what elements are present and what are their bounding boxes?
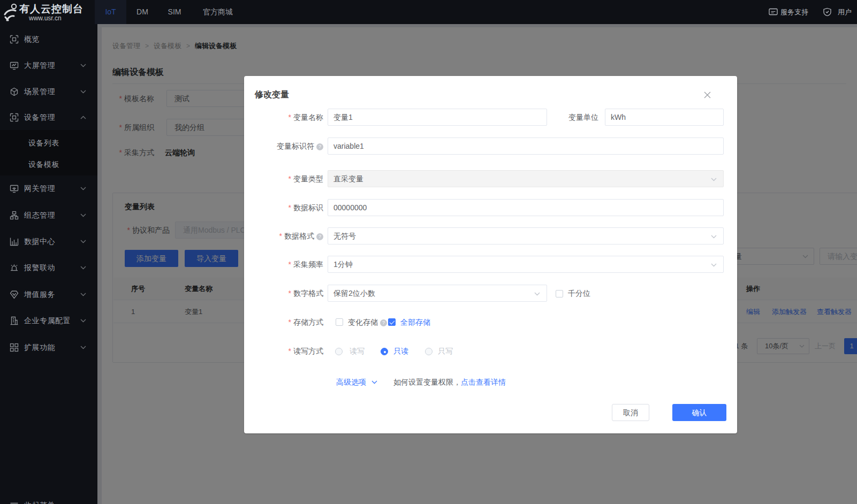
data-format-select[interactable]: 无符号 (328, 227, 724, 245)
var-identifier-label: 变量标识符? (244, 138, 323, 155)
chat-icon (769, 7, 778, 17)
device-submenu: 设备列表 设备模板 (0, 130, 97, 175)
var-unit-label: 变量单位 (512, 109, 598, 126)
sidebar-item-device-list[interactable]: 设备列表 (0, 132, 97, 154)
data-format-label: *数据格式? (244, 227, 323, 245)
gateway-icon (10, 184, 19, 193)
advanced-options-link[interactable]: 高级选项 (336, 373, 377, 391)
support-link[interactable]: 服务支持 (780, 0, 808, 24)
help-icon[interactable]: ? (380, 319, 387, 326)
tab-sim[interactable]: SIM (158, 0, 191, 24)
chevron-down-icon (711, 263, 717, 267)
view-details-link[interactable]: 点击查看详情 (461, 378, 506, 386)
storage-label: *存储方式 (244, 314, 323, 331)
chevron-down-icon (711, 178, 717, 181)
sidebar-item-enterprise[interactable]: 企业专属配置 (0, 308, 97, 334)
storage-change-label: 变化存储? (348, 314, 387, 331)
sidebar-item-scene[interactable]: 场景管理 (0, 79, 97, 105)
sidebar-item-alarm[interactable]: 报警联动 (0, 255, 97, 281)
thousands-checkbox[interactable] (556, 290, 563, 297)
chevron-down-icon (80, 90, 86, 94)
usr-logo-icon[interactable] (4, 3, 18, 24)
rw-readonly-radio[interactable] (381, 348, 388, 355)
cancel-button[interactable]: 取消 (612, 404, 649, 421)
chevron-down-icon (80, 266, 86, 270)
alarm-icon (10, 263, 19, 272)
user-shield-icon (823, 7, 832, 17)
device-icon (10, 113, 19, 122)
tab-mall[interactable]: 官方商城 (191, 0, 245, 24)
overview-icon (10, 35, 19, 44)
chevron-up-icon (80, 116, 86, 119)
sidebar-item-gateway[interactable]: 网关管理 (0, 175, 97, 202)
permission-hint: 如何设置变量权限，点击查看详情 (393, 373, 506, 391)
data-id-label: *数据标识 (244, 199, 323, 217)
sidebar-item-extend[interactable]: 扩展功能 (0, 334, 97, 361)
datacenter-icon (10, 237, 19, 246)
extend-icon (10, 343, 19, 352)
modal-title: 修改变量 (255, 89, 289, 101)
sidebar-item-scada[interactable]: 组态管理 (0, 202, 97, 228)
rw-readwrite-radio[interactable] (335, 348, 343, 355)
tab-iot[interactable]: IoT (95, 0, 126, 24)
rw-writeonly-label: 只写 (438, 342, 453, 360)
rw-writeonly-radio[interactable] (425, 348, 433, 355)
collapse-menu-icon[interactable] (10, 501, 19, 504)
var-type-select[interactable]: 直采变量 (328, 170, 724, 187)
chevron-down-icon (80, 240, 86, 243)
chevron-down-icon (80, 319, 86, 323)
chevron-down-icon (80, 213, 86, 217)
rw-readwrite-label: 读写 (350, 342, 365, 360)
brand-subtitle: www.usr.cn (29, 14, 62, 22)
sidebar-item-datacenter[interactable]: 数据中心 (0, 228, 97, 255)
number-format-label: *数字格式 (244, 285, 323, 302)
rw-label: *读写方式 (244, 342, 323, 360)
sidebar-item-vas[interactable]: 增值服务 (0, 281, 97, 308)
topbar: 有人云控制台 www.usr.cn IoT DM SIM 官方商城 服务支持 用… (0, 0, 857, 24)
sidebar-item-device-template[interactable]: 设备模板 (0, 154, 97, 175)
frequency-label: *采集频率 (244, 256, 323, 273)
var-identifier-input[interactable]: variable1 (328, 138, 724, 155)
sidebar-item-bigscreen[interactable]: 大屏管理 (0, 52, 97, 79)
frequency-select[interactable]: 1分钟 (328, 256, 724, 273)
thousands-label: 千分位 (568, 285, 590, 302)
chevron-down-icon (80, 64, 86, 67)
storage-all-checkbox[interactable] (388, 318, 396, 326)
var-unit-input[interactable]: kWh (605, 109, 724, 126)
enterprise-icon (10, 316, 19, 325)
chevron-down-icon (711, 235, 717, 239)
topbar-tabs: IoT DM SIM 官方商城 (95, 0, 245, 24)
data-id-input[interactable]: 00000000 (328, 199, 724, 216)
confirm-button[interactable]: 确认 (672, 404, 726, 421)
edit-variable-modal: 修改变量 *变量名称 变量1 变量单位 kWh 变量标识符? variable1… (244, 76, 737, 433)
scene-icon (10, 87, 19, 96)
sidebar-item-device[interactable]: 设备管理 (0, 104, 97, 131)
chevron-down-icon (534, 292, 540, 296)
chevron-down-icon (80, 187, 86, 190)
number-format-select[interactable]: 保留2位小数 (328, 285, 547, 302)
scada-icon (10, 211, 19, 220)
var-name-label: *变量名称 (244, 109, 323, 126)
help-icon[interactable]: ? (316, 233, 323, 240)
chevron-down-icon (80, 346, 86, 349)
close-icon[interactable] (704, 90, 711, 100)
vas-icon (10, 290, 19, 299)
collapse-menu-label[interactable]: 收起菜单 (24, 501, 55, 504)
sidebar: 概览 大屏管理 场景管理 (0, 24, 97, 504)
tab-dm[interactable]: DM (126, 0, 158, 24)
chevron-down-icon (80, 293, 86, 296)
storage-all-label: 全部存储 (400, 314, 430, 331)
help-icon[interactable]: ? (316, 143, 323, 150)
storage-change-checkbox[interactable] (336, 318, 343, 326)
rw-readonly-label: 只读 (393, 342, 408, 360)
user-link[interactable]: 用户 (838, 0, 852, 24)
var-type-label: *变量类型 (244, 170, 323, 188)
bigscreen-icon (10, 61, 19, 70)
sidebar-item-overview[interactable]: 概览 (0, 26, 97, 52)
